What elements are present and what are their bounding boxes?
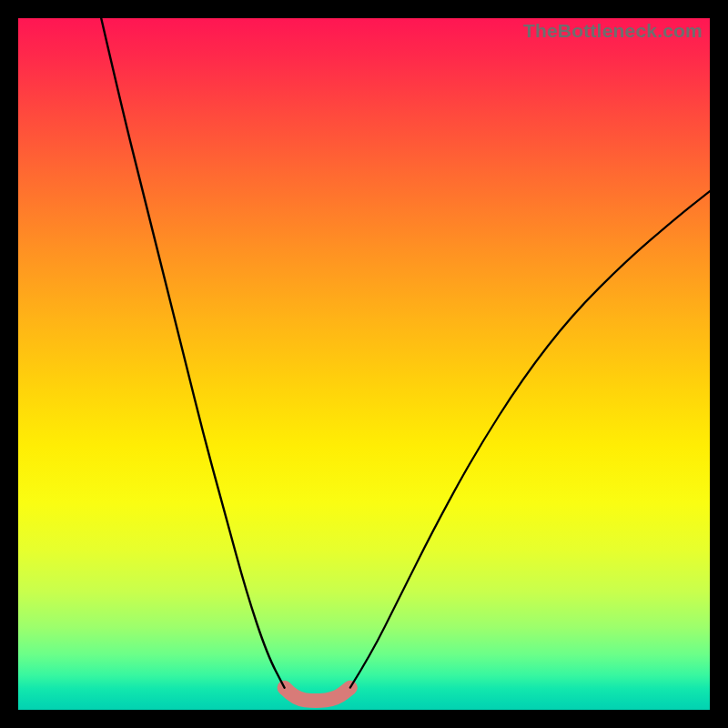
chart-frame: TheBottleneck.com [18, 18, 710, 710]
watermark-text: TheBottleneck.com [523, 20, 703, 42]
chart-background-gradient [18, 18, 710, 710]
